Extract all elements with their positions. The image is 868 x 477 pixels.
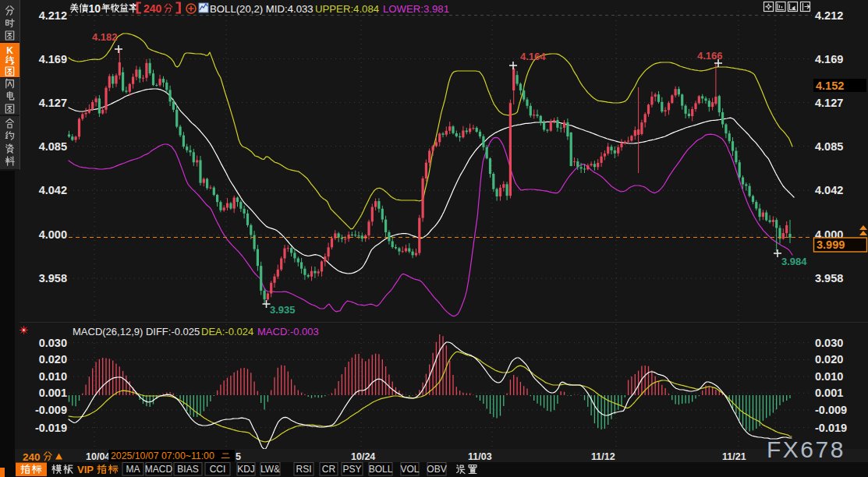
svg-text:3.958: 3.958: [39, 272, 67, 284]
svg-text:DEA:-0.024: DEA:-0.024: [201, 326, 253, 337]
svg-text:-0.009: -0.009: [35, 404, 67, 416]
svg-text:LOWER:3.981: LOWER:3.981: [383, 3, 449, 15]
svg-text:FX678: FX678: [767, 436, 845, 462]
svg-text:4.127: 4.127: [815, 97, 843, 109]
svg-text:240: 240: [23, 451, 41, 463]
svg-text:0.001: 0.001: [39, 387, 67, 399]
svg-text:4.164: 4.164: [520, 51, 546, 62]
svg-text:3.999: 3.999: [817, 238, 845, 251]
svg-text:4.166: 4.166: [697, 50, 723, 62]
svg-text:VOL: VOL: [400, 464, 419, 475]
svg-text:MACD(26,12,9) DIFF:-0.025: MACD(26,12,9) DIFF:-0.025: [73, 326, 200, 337]
svg-text:4.042: 4.042: [815, 184, 843, 196]
svg-text:5: 5: [236, 451, 241, 462]
svg-text:BIAS: BIAS: [177, 464, 198, 475]
svg-text:-0.019: -0.019: [815, 422, 847, 434]
svg-text:PSY: PSY: [342, 464, 361, 475]
svg-text:MACD:-0.003: MACD:-0.003: [257, 326, 319, 337]
svg-text:0.010: 0.010: [39, 370, 67, 383]
svg-text:3.958: 3.958: [815, 272, 843, 284]
svg-text:4.169: 4.169: [39, 53, 67, 65]
svg-text:11/12: 11/12: [591, 451, 615, 462]
svg-text:-0.019: -0.019: [35, 422, 67, 434]
svg-text:LW&: LW&: [260, 464, 280, 475]
svg-text:0.030: 0.030: [815, 337, 843, 349]
svg-text:MACD: MACD: [145, 464, 173, 475]
svg-text:UPPER:4.084: UPPER:4.084: [315, 3, 379, 15]
svg-text:4.085: 4.085: [39, 140, 67, 153]
svg-text:CR: CR: [322, 464, 336, 475]
svg-text:10/24: 10/24: [351, 451, 375, 462]
svg-text:4.169: 4.169: [815, 53, 843, 65]
svg-text:4.212: 4.212: [815, 9, 843, 22]
svg-text:BOLL: BOLL: [369, 464, 393, 475]
svg-text:4.085: 4.085: [815, 140, 843, 153]
svg-text:0.010: 0.010: [815, 370, 843, 383]
svg-text:4.000: 4.000: [39, 228, 67, 241]
svg-text:KDJ: KDJ: [237, 464, 255, 475]
svg-text:CCI: CCI: [210, 464, 226, 475]
svg-text:4.212: 4.212: [39, 9, 67, 22]
svg-text:10: 10: [89, 2, 101, 15]
svg-text:3.984: 3.984: [781, 256, 807, 267]
svg-text:4.042: 4.042: [39, 184, 67, 196]
svg-text:4.152: 4.152: [816, 80, 844, 92]
svg-text:MA: MA: [126, 464, 140, 475]
svg-text:BOLL(20,2) MID:4.033: BOLL(20,2) MID:4.033: [210, 3, 314, 15]
svg-text:11/03: 11/03: [468, 451, 492, 462]
svg-text:4.127: 4.127: [39, 97, 67, 109]
svg-text:OBV: OBV: [427, 464, 446, 475]
svg-text:4.182: 4.182: [92, 31, 118, 43]
svg-text:0.020: 0.020: [39, 353, 67, 366]
svg-text:VIP: VIP: [77, 464, 94, 475]
svg-text:11/21: 11/21: [722, 451, 746, 462]
svg-text:K: K: [6, 45, 13, 56]
svg-text:-0.009: -0.009: [815, 404, 847, 416]
svg-text:240: 240: [143, 2, 162, 15]
svg-text:2025/10/07 07:00~11:00: 2025/10/07 07:00~11:00: [111, 450, 214, 461]
svg-text:10/04: 10/04: [86, 451, 110, 462]
svg-text:0.001: 0.001: [815, 387, 843, 399]
svg-text:0.030: 0.030: [39, 337, 67, 349]
svg-text:3.935: 3.935: [270, 304, 296, 316]
svg-text:0.020: 0.020: [815, 353, 843, 366]
svg-text:RSI: RSI: [296, 464, 311, 475]
